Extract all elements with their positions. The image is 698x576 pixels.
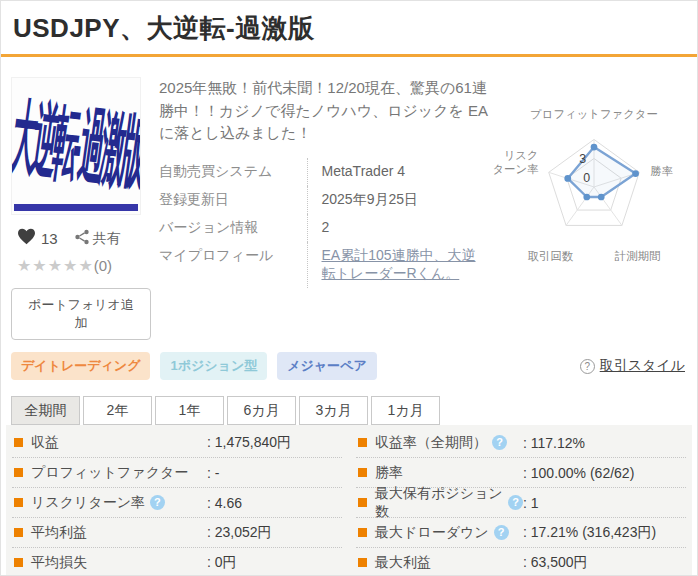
bullet-icon [14, 528, 23, 537]
bullet-icon [358, 468, 367, 477]
stat-row-max-drawdown: 最大ドローダウン? : 17.21% (316,423円) [356, 518, 686, 548]
product-image: 大逆転-過激版 [11, 77, 141, 215]
bullet-icon [358, 558, 367, 567]
stat-row-avg-loss: 平均損失 : 0円 [12, 548, 342, 576]
bullet-icon [14, 438, 23, 447]
tab-2-years[interactable]: 2年 [83, 396, 152, 425]
question-circle-icon: ? [580, 359, 595, 374]
product-image-text: 大逆転-過激版 [11, 83, 141, 207]
stat-row-return-rate: 収益率（全期間）? : 117.12% [356, 428, 686, 458]
help-icon[interactable]: ? [508, 495, 523, 510]
trade-style-link[interactable]: ? 取引スタイル [580, 357, 685, 375]
info-value: MetaTrader 4 [307, 158, 489, 186]
info-label: バージョン情報 [159, 214, 307, 242]
share-label: 共有 [93, 230, 121, 248]
share-icon [74, 229, 93, 248]
tag-day-trading[interactable]: デイトレーディング [11, 352, 150, 380]
radar-tick-0: 0 [583, 171, 590, 185]
info-row-profile: マイプロフィール EA累計105連勝中、大逆転トレーダーRくん。 [159, 242, 489, 288]
tab-6-months[interactable]: 6カ月 [227, 396, 296, 425]
stat-row-risk-return: リスクリターン率? : 4.66 [12, 488, 342, 518]
bullet-icon [14, 498, 23, 507]
info-label: 登録更新日 [159, 186, 307, 214]
tags-row: デイトレーディング 1ポジション型 メジャーペア ? 取引スタイル [11, 352, 685, 380]
like-button[interactable]: 13 [17, 228, 58, 249]
product-description: 2025年無敗！前代未聞！12/20現在、驚異の61連勝中！！カジノで得たノウハ… [159, 77, 489, 145]
radar-chart: プロフィットファクター 勝率 計測期間 取引回数 リスク ターン率 3 0 [489, 77, 698, 340]
radar-axis-period: 計測期間 [614, 250, 661, 262]
bullet-icon [358, 528, 367, 537]
stat-row-revenue: 収益 : 1,475,840円 [12, 428, 342, 458]
product-header: 大逆転-過激版 13 共有 ★★★★★(0) ポートフォリオ追加 2025年無敗… [1, 57, 697, 340]
tab-1-year[interactable]: 1年 [155, 396, 224, 425]
radar-axis-risk-return-2: ターン率 [492, 163, 538, 175]
rating-count: (0) [94, 257, 112, 274]
stats-panel: 収益 : 1,475,840円 プロフィットファクター : - リスクリターン率… [6, 425, 692, 576]
bullet-icon [14, 558, 23, 567]
page-title: USDJPY、大逆転-過激版 [1, 1, 697, 54]
help-icon[interactable]: ? [492, 435, 507, 450]
period-tabs: 全期間 2年 1年 6カ月 3カ月 1カ月 [11, 396, 697, 425]
product-image-underline [14, 204, 138, 211]
radar-axis-trades: 取引回数 [528, 250, 574, 262]
tab-all-period[interactable]: 全期間 [11, 396, 80, 425]
star-icons: ★★★★★ [17, 257, 94, 274]
radar-tick-3: 3 [579, 152, 586, 166]
share-button[interactable]: 共有 [74, 229, 121, 248]
tab-3-months[interactable]: 3カ月 [299, 396, 368, 425]
stat-row-win-rate: 勝率 : 100.00% (62/62) [356, 458, 686, 488]
info-value: 2025年9月25日 [307, 186, 489, 214]
info-row-version: バージョン情報 2 [159, 214, 489, 242]
profile-link[interactable]: EA累計105連勝中、大逆転トレーダーRくん。 [322, 247, 476, 281]
add-portfolio-button[interactable]: ポートフォリオ追加 [11, 288, 151, 340]
info-row-system: 自動売買システム MetaTrader 4 [159, 158, 489, 186]
tab-1-month[interactable]: 1カ月 [371, 396, 440, 425]
tag-major-pair[interactable]: メジャーペア [277, 352, 377, 380]
stat-row-avg-profit: 平均利益 : 23,052円 [12, 518, 342, 548]
help-icon[interactable]: ? [494, 525, 509, 540]
help-icon[interactable]: ? [150, 495, 165, 510]
info-value: 2 [307, 214, 489, 242]
info-label: 自動売買システム [159, 158, 307, 186]
product-info-table: 自動売買システム MetaTrader 4 登録更新日 2025年9月25日 バ… [159, 158, 489, 288]
tag-one-position[interactable]: 1ポジション型 [160, 352, 267, 380]
stat-row-profit-factor: プロフィットファクター : - [12, 458, 342, 488]
bullet-icon [14, 468, 23, 477]
rating: ★★★★★(0) [11, 256, 151, 275]
radar-axis-profit-factor: プロフィットファクター [530, 108, 658, 120]
trade-style-label: 取引スタイル [600, 357, 685, 375]
radar-axis-win-rate: 勝率 [650, 165, 673, 177]
like-count: 13 [41, 230, 58, 247]
bullet-icon [358, 438, 367, 447]
radar-axis-risk-return-1: リスク [504, 149, 539, 161]
stat-row-max-positions: 最大保有ポジション数? : 1 [356, 488, 686, 518]
info-row-updated: 登録更新日 2025年9月25日 [159, 186, 489, 214]
heart-icon [17, 228, 36, 249]
bullet-icon [358, 498, 367, 507]
stat-row-max-profit: 最大利益 : 63,500円 [356, 548, 686, 576]
info-label: マイプロフィール [159, 242, 307, 288]
